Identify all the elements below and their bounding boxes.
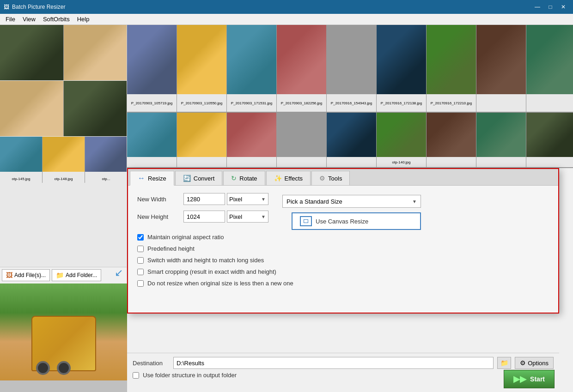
add-files-button[interactable]: 🖼 Add File(s)... [2, 269, 50, 281]
effects-tab-icon: ✨ [274, 175, 282, 182]
photo-row-2: P_20170919_185632.jpg otp-90.jpg [0, 81, 127, 136]
menu-view[interactable]: View [19, 15, 39, 24]
photo-thumb[interactable]: P_20170831_162319.jpg [64, 25, 127, 80]
maintain-aspect-row: Maintain original aspect ratio [137, 234, 549, 241]
convert-tab-label: Convert [194, 175, 215, 182]
title-bar-controls: — □ ✕ [531, 2, 569, 12]
size-fields: New Width Pixel Percent Inch cm [137, 193, 268, 228]
photo-thumb[interactable] [327, 113, 376, 168]
photo-thumb[interactable]: P_20170916_172210.jpg [427, 25, 476, 113]
smart-cropping-row: Smart cropping (result in exact width an… [137, 268, 549, 275]
do-not-resize-checkbox[interactable] [137, 280, 144, 287]
resize-tab-icon: ↔ [138, 174, 145, 182]
photo-label [427, 157, 476, 167]
tab-rotate[interactable]: ↻ Rotate [223, 171, 265, 185]
predefined-height-checkbox[interactable] [137, 246, 144, 252]
tab-tools[interactable]: ⚙ Tools [311, 171, 350, 185]
photo-label: P_20170903_182256.jpg [277, 94, 326, 112]
photo-label [227, 157, 276, 167]
photo-thumb[interactable]: P_20170903_110550.jpg [177, 25, 226, 113]
photo-thumb[interactable]: otp... [85, 137, 127, 183]
photo-thumb[interactable]: otp-145.jpg [0, 137, 42, 183]
photo-thumb[interactable] [227, 113, 276, 168]
height-unit-select[interactable]: Pixel Percent Inch cm [227, 211, 268, 223]
start-label: Start [530, 375, 545, 383]
photo-thumb[interactable]: P_20170903_105719.jpg [127, 25, 177, 113]
photo-label: otp-145.jpg [0, 172, 42, 183]
start-arrow-icon: ▶▶ [513, 374, 526, 384]
photo-row-2-grid: otp-140.jpg [127, 113, 573, 168]
photo-thumb[interactable]: P_20170903_171531.jpg [227, 25, 276, 113]
height-input[interactable] [183, 211, 225, 223]
photo-thumb[interactable]: otp-140.jpg [377, 113, 426, 168]
photo-row-1: otp-2071-1.jpg P_20170831_162319.jpg [0, 25, 127, 80]
use-folder-structure-checkbox[interactable] [133, 372, 139, 379]
do-not-resize-label: Do not resize when original size is less… [147, 280, 293, 287]
add-folder-label: Add Folder... [66, 272, 97, 278]
options-gear-icon: ⚙ [520, 359, 526, 367]
resize-arrow-icon: ↙ [115, 267, 123, 279]
photo-thumb[interactable] [177, 113, 226, 168]
photo-thumb[interactable]: otp-90.jpg [64, 81, 127, 136]
maintain-aspect-checkbox[interactable] [137, 234, 144, 241]
photo-thumb[interactable] [427, 113, 476, 168]
photo-thumb[interactable]: P_20170916_172138.jpg [377, 25, 426, 113]
photo-grid-area: otp-2071-1.jpg P_20170831_162319.jpg P_2… [0, 25, 127, 267]
canvas-resize-label: Use Canvas Resize [316, 218, 368, 225]
rotate-tab-icon: ↻ [231, 175, 237, 182]
status-bar: Destination 📁 ⚙ Options Use folder struc… [127, 353, 559, 392]
canvas-resize-button[interactable]: Use Canvas Resize [292, 212, 421, 230]
maximize-button[interactable]: □ [544, 2, 556, 12]
size-fields-row: New Width Pixel Percent Inch cm [137, 193, 549, 230]
smart-cropping-label: Smart cropping (result in exact width an… [147, 268, 276, 275]
start-button[interactable]: ▶▶ Start [504, 370, 555, 388]
menu-help[interactable]: Help [73, 15, 93, 24]
photo-thumb[interactable] [526, 25, 573, 113]
photo-thumb[interactable]: P_20170916_154943.jpg [327, 25, 376, 113]
photo-thumb[interactable]: P_20170919_185632.jpg [0, 81, 63, 136]
photo-label: otp... [85, 172, 127, 183]
switch-width-height-row: Switch width and height to match long si… [137, 257, 549, 264]
photo-thumb[interactable] [476, 113, 526, 168]
width-unit-select[interactable]: Pixel Percent Inch cm [227, 193, 268, 205]
photo-thumb[interactable] [277, 113, 326, 168]
effects-tab-label: Effects [285, 175, 303, 182]
dropdown-chevron-icon: ▼ [412, 199, 417, 204]
photo-row-2-right: otp-140.jpg [127, 113, 573, 168]
menu-softorbits[interactable]: SoftOrbits [39, 15, 73, 24]
destination-input[interactable] [173, 357, 494, 369]
minimize-button[interactable]: — [531, 2, 543, 12]
width-label: New Width [137, 196, 183, 203]
close-button[interactable]: ✕ [557, 2, 569, 12]
photo-thumb[interactable] [127, 113, 177, 168]
tab-convert[interactable]: 🔄 Convert [175, 171, 223, 185]
add-files-label: Add File(s)... [14, 272, 46, 278]
tab-resize[interactable]: ↔ Resize [130, 171, 174, 186]
tab-effects[interactable]: ✨ Effects [266, 171, 311, 185]
destination-browse-button[interactable]: 📁 [497, 357, 511, 369]
right-controls: Pick a Standard Size ▼ Use Canvas Resize [282, 193, 421, 230]
switch-width-height-checkbox[interactable] [137, 257, 144, 264]
photo-thumb[interactable] [476, 25, 526, 113]
photo-thumb[interactable] [526, 113, 573, 168]
convert-tab-icon: 🔄 [183, 175, 191, 182]
photo-label: P_20170903_110550.jpg [177, 94, 226, 112]
photo-label: otp-148.jpg [43, 172, 85, 183]
options-button[interactable]: ⚙ Options [515, 357, 554, 369]
photo-label [177, 157, 226, 167]
predefined-height-label: Predefined height [147, 245, 195, 252]
right-panel: P_20170903_105719.jpg P_20170903_110550.… [127, 25, 573, 392]
photo-thumb[interactable]: otp-2071-1.jpg [0, 25, 63, 80]
smart-cropping-checkbox[interactable] [137, 269, 144, 275]
dialog-content: New Width Pixel Percent Inch cm [128, 186, 558, 299]
photo-thumb[interactable]: otp-148.jpg [43, 137, 85, 183]
standard-size-dropdown[interactable]: Pick a Standard Size ▼ [282, 195, 421, 208]
left-panel: otp-2071-1.jpg P_20170831_162319.jpg P_2… [0, 25, 127, 392]
tools-tab-label: Tools [328, 175, 342, 182]
photo-label: P_20170916_172210.jpg [427, 94, 476, 112]
width-input[interactable] [183, 193, 225, 205]
add-folder-button[interactable]: 📁 Add Folder... [52, 269, 101, 281]
menu-file[interactable]: File [2, 15, 19, 24]
photo-thumb[interactable]: P_20170903_182256.jpg [277, 25, 326, 113]
checkboxes-area: Maintain original aspect ratio Predefine… [137, 234, 549, 287]
